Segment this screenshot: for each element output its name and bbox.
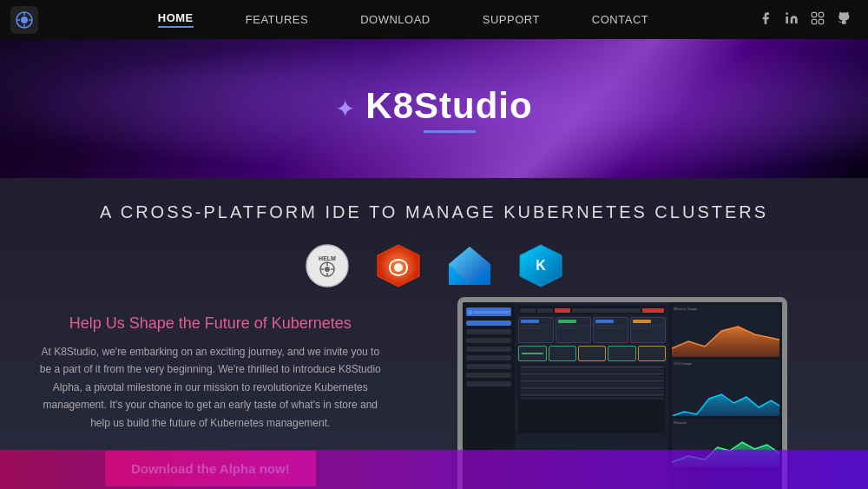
hero-underline <box>424 130 476 133</box>
svg-rect-9 <box>819 12 823 17</box>
nav-link-support[interactable]: SUPPORT <box>483 13 540 26</box>
navbar: HOME FEATURES DOWNLOAD SUPPORT CONTACT <box>0 0 868 39</box>
nav-link-home[interactable]: HOME <box>158 11 194 28</box>
hero-banner: ✦ K8Studio <box>0 39 868 178</box>
chart-cpu: CPU Usage <box>672 360 779 416</box>
kubernetes-icon: K <box>518 243 563 288</box>
openshift-icon <box>376 243 421 288</box>
tech-icons: HELM <box>0 236 868 306</box>
svg-text:K: K <box>536 258 546 273</box>
logo-icon <box>10 6 38 34</box>
svg-point-7 <box>786 12 788 15</box>
svg-rect-10 <box>819 19 823 23</box>
kubernetes-icon-wrapper: K <box>518 243 563 288</box>
nav-link-download[interactable]: DOWNLOAD <box>360 13 431 26</box>
nav-logo <box>0 6 48 34</box>
slack-icon[interactable] <box>811 11 825 29</box>
nav-socials <box>759 11 868 29</box>
section-title: Help Us Shape the Future of Kubernetes <box>35 314 386 333</box>
svg-point-15 <box>325 267 330 272</box>
svg-point-21 <box>394 263 403 272</box>
svg-rect-8 <box>812 12 816 17</box>
hero-content: ✦ K8Studio <box>335 85 532 133</box>
github-icon[interactable] <box>837 11 851 29</box>
svg-rect-11 <box>812 19 816 23</box>
main-content: A CROSS-PLATFORM IDE TO MANAGE KUBERNETE… <box>0 178 868 489</box>
chart-memory: Memory Usage <box>672 305 779 357</box>
facebook-icon[interactable] <box>759 11 773 29</box>
tagline: A CROSS-PLATFORM IDE TO MANAGE KUBERNETE… <box>0 178 868 236</box>
openshift-icon-wrapper <box>376 243 421 288</box>
linkedin-icon[interactable] <box>785 11 799 29</box>
bottom-strip <box>0 450 868 489</box>
helm-icon-wrapper: HELM <box>305 243 350 288</box>
hero-logo-icon: ✦ <box>335 95 355 123</box>
svg-text:HELM: HELM <box>319 255 336 261</box>
svg-point-1 <box>21 17 28 23</box>
nav-links: HOME FEATURES DOWNLOAD SUPPORT CONTACT <box>48 11 759 28</box>
helm-icon: HELM <box>305 243 350 288</box>
section-body: At K8Studio, we're embarking on an excit… <box>35 343 386 432</box>
nav-link-contact[interactable]: CONTACT <box>592 13 648 26</box>
svg-rect-6 <box>786 17 788 23</box>
nav-link-features[interactable]: FEATURES <box>246 13 308 26</box>
azure-icon-wrapper <box>447 243 492 288</box>
hero-title: K8Studio <box>365 85 532 127</box>
azure-icon <box>447 243 492 288</box>
